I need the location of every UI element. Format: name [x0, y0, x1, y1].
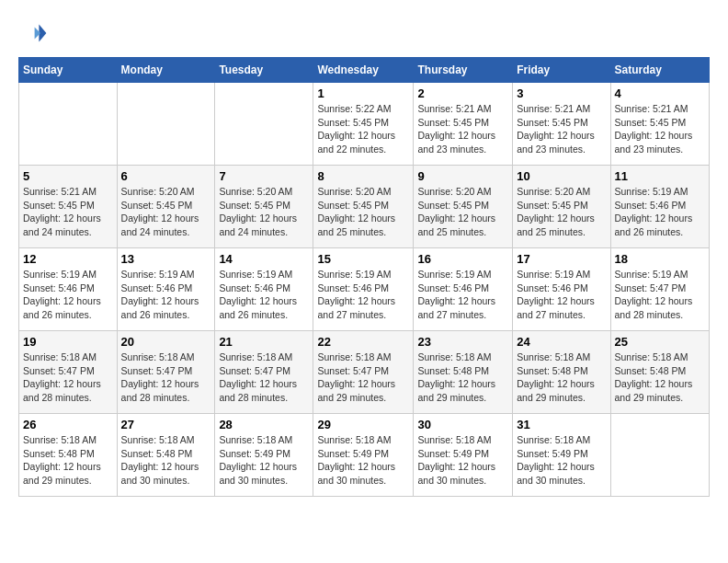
day-number: 9: [417, 169, 508, 183]
calendar-cell: 8Sunrise: 5:20 AM Sunset: 5:45 PM Daylig…: [313, 166, 414, 248]
day-number: 5: [23, 169, 113, 183]
day-info: Sunrise: 5:19 AM Sunset: 5:46 PM Dayligh…: [121, 268, 211, 322]
calendar-cell: 15Sunrise: 5:19 AM Sunset: 5:46 PM Dayli…: [313, 248, 414, 331]
calendar-cell: 25Sunrise: 5:18 AM Sunset: 5:48 PM Dayli…: [610, 331, 709, 414]
calendar-cell: 1Sunrise: 5:22 AM Sunset: 5:45 PM Daylig…: [313, 83, 414, 166]
day-number: 24: [517, 335, 606, 349]
calendar-cell: 27Sunrise: 5:18 AM Sunset: 5:48 PM Dayli…: [117, 414, 215, 497]
day-info: Sunrise: 5:18 AM Sunset: 5:47 PM Dayligh…: [219, 350, 309, 405]
day-info: Sunrise: 5:19 AM Sunset: 5:46 PM Dayligh…: [517, 268, 606, 322]
calendar-cell: 29Sunrise: 5:18 AM Sunset: 5:49 PM Dayli…: [313, 414, 414, 497]
day-info: Sunrise: 5:18 AM Sunset: 5:48 PM Dayligh…: [23, 433, 113, 488]
day-info: Sunrise: 5:22 AM Sunset: 5:45 PM Dayligh…: [317, 102, 409, 156]
day-info: Sunrise: 5:18 AM Sunset: 5:49 PM Dayligh…: [219, 433, 309, 488]
calendar-cell: 26Sunrise: 5:18 AM Sunset: 5:48 PM Dayli…: [19, 414, 118, 497]
day-number: 18: [615, 252, 705, 266]
calendar-cell: 5Sunrise: 5:21 AM Sunset: 5:45 PM Daylig…: [19, 166, 118, 248]
day-number: 15: [317, 252, 409, 266]
calendar-cell: 4Sunrise: 5:21 AM Sunset: 5:45 PM Daylig…: [610, 83, 709, 166]
day-number: 3: [517, 86, 606, 100]
calendar-cell: 28Sunrise: 5:18 AM Sunset: 5:49 PM Dayli…: [215, 414, 313, 497]
calendar-cell: 10Sunrise: 5:20 AM Sunset: 5:45 PM Dayli…: [513, 166, 610, 248]
day-info: Sunrise: 5:18 AM Sunset: 5:48 PM Dayligh…: [615, 350, 705, 405]
calendar-cell: 17Sunrise: 5:19 AM Sunset: 5:46 PM Dayli…: [513, 248, 610, 331]
day-info: Sunrise: 5:18 AM Sunset: 5:49 PM Dayligh…: [317, 433, 409, 488]
calendar-cell: 3Sunrise: 5:21 AM Sunset: 5:45 PM Daylig…: [513, 83, 610, 166]
day-number: 7: [219, 169, 309, 183]
day-number: 30: [417, 418, 508, 431]
weekday-header: Monday: [117, 58, 215, 83]
day-info: Sunrise: 5:18 AM Sunset: 5:48 PM Dayligh…: [517, 350, 606, 405]
day-info: Sunrise: 5:18 AM Sunset: 5:47 PM Dayligh…: [121, 350, 211, 405]
calendar-table: SundayMondayTuesdayWednesdayThursdayFrid…: [18, 57, 710, 497]
day-number: 19: [23, 335, 113, 349]
day-info: Sunrise: 5:18 AM Sunset: 5:48 PM Dayligh…: [417, 350, 508, 405]
day-info: Sunrise: 5:18 AM Sunset: 5:47 PM Dayligh…: [317, 350, 409, 405]
calendar-cell: [610, 414, 709, 497]
day-number: 16: [417, 252, 508, 266]
weekday-header: Thursday: [414, 58, 513, 83]
day-number: 27: [121, 418, 211, 431]
day-number: 14: [219, 252, 309, 266]
calendar-cell: 22Sunrise: 5:18 AM Sunset: 5:47 PM Dayli…: [313, 331, 414, 414]
calendar-cell: 20Sunrise: 5:18 AM Sunset: 5:47 PM Dayli…: [117, 331, 215, 414]
day-number: 4: [615, 86, 705, 100]
day-number: 17: [517, 252, 606, 266]
day-info: Sunrise: 5:18 AM Sunset: 5:49 PM Dayligh…: [517, 433, 606, 488]
calendar-cell: [19, 83, 118, 166]
day-number: 13: [121, 252, 211, 266]
day-info: Sunrise: 5:20 AM Sunset: 5:45 PM Dayligh…: [417, 185, 508, 239]
calendar-cell: 12Sunrise: 5:19 AM Sunset: 5:46 PM Dayli…: [19, 248, 118, 331]
day-info: Sunrise: 5:18 AM Sunset: 5:48 PM Dayligh…: [121, 433, 211, 488]
calendar-cell: [215, 83, 313, 166]
weekday-header: Friday: [513, 58, 610, 83]
day-number: 8: [317, 169, 409, 183]
day-number: 21: [219, 335, 309, 349]
weekday-header: Tuesday: [215, 58, 313, 83]
weekday-header: Saturday: [610, 58, 709, 83]
day-info: Sunrise: 5:21 AM Sunset: 5:45 PM Dayligh…: [417, 102, 508, 156]
day-info: Sunrise: 5:19 AM Sunset: 5:46 PM Dayligh…: [615, 185, 705, 239]
calendar-cell: 19Sunrise: 5:18 AM Sunset: 5:47 PM Dayli…: [19, 331, 118, 414]
calendar-cell: 9Sunrise: 5:20 AM Sunset: 5:45 PM Daylig…: [414, 166, 513, 248]
day-info: Sunrise: 5:20 AM Sunset: 5:45 PM Dayligh…: [517, 185, 606, 239]
calendar-cell: 16Sunrise: 5:19 AM Sunset: 5:46 PM Dayli…: [414, 248, 513, 331]
day-number: 6: [121, 169, 211, 183]
logo-icon: [18, 18, 48, 48]
day-number: 31: [517, 418, 606, 431]
day-info: Sunrise: 5:21 AM Sunset: 5:45 PM Dayligh…: [615, 102, 705, 156]
day-info: Sunrise: 5:19 AM Sunset: 5:47 PM Dayligh…: [615, 268, 705, 322]
calendar-cell: 2Sunrise: 5:21 AM Sunset: 5:45 PM Daylig…: [414, 83, 513, 166]
calendar-cell: 24Sunrise: 5:18 AM Sunset: 5:48 PM Dayli…: [513, 331, 610, 414]
day-info: Sunrise: 5:20 AM Sunset: 5:45 PM Dayligh…: [121, 185, 211, 239]
logo: [18, 18, 51, 48]
day-number: 1: [317, 86, 409, 100]
day-number: 26: [23, 418, 113, 431]
calendar-cell: 30Sunrise: 5:18 AM Sunset: 5:49 PM Dayli…: [414, 414, 513, 497]
calendar-cell: 13Sunrise: 5:19 AM Sunset: 5:46 PM Dayli…: [117, 248, 215, 331]
day-number: 12: [23, 252, 113, 266]
day-info: Sunrise: 5:20 AM Sunset: 5:45 PM Dayligh…: [317, 185, 409, 239]
day-info: Sunrise: 5:19 AM Sunset: 5:46 PM Dayligh…: [23, 268, 113, 322]
day-number: 2: [417, 86, 508, 100]
day-number: 10: [517, 169, 606, 183]
weekday-header: Wednesday: [313, 58, 414, 83]
day-info: Sunrise: 5:21 AM Sunset: 5:45 PM Dayligh…: [517, 102, 606, 156]
calendar-cell: 18Sunrise: 5:19 AM Sunset: 5:47 PM Dayli…: [610, 248, 709, 331]
day-number: 20: [121, 335, 211, 349]
day-info: Sunrise: 5:19 AM Sunset: 5:46 PM Dayligh…: [317, 268, 409, 322]
page-header: [18, 18, 710, 48]
weekday-header: Sunday: [19, 58, 118, 83]
day-number: 23: [417, 335, 508, 349]
day-info: Sunrise: 5:18 AM Sunset: 5:47 PM Dayligh…: [23, 350, 113, 405]
calendar-cell: 21Sunrise: 5:18 AM Sunset: 5:47 PM Dayli…: [215, 331, 313, 414]
calendar-cell: 31Sunrise: 5:18 AM Sunset: 5:49 PM Dayli…: [513, 414, 610, 497]
calendar-cell: 23Sunrise: 5:18 AM Sunset: 5:48 PM Dayli…: [414, 331, 513, 414]
day-number: 29: [317, 418, 409, 431]
day-info: Sunrise: 5:19 AM Sunset: 5:46 PM Dayligh…: [219, 268, 309, 322]
day-info: Sunrise: 5:19 AM Sunset: 5:46 PM Dayligh…: [417, 268, 508, 322]
calendar-cell: [117, 83, 215, 166]
calendar-cell: 7Sunrise: 5:20 AM Sunset: 5:45 PM Daylig…: [215, 166, 313, 248]
day-number: 11: [615, 169, 705, 183]
day-number: 25: [615, 335, 705, 349]
